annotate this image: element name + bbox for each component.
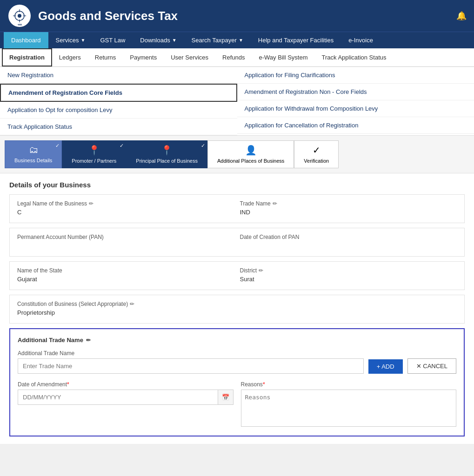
amendment-row: Date of Amendment* 📅 Reasons* [18,381,456,428]
step2-check-icon: ✓ [120,143,124,149]
cancel-button[interactable]: ✕ CANCEL [407,358,456,374]
subnav-returns[interactable]: Returns [88,49,123,66]
step-verification[interactable]: ✓ Verification [294,140,339,168]
district-field: District ✏ Surat [240,267,457,284]
services-dropdown-icon: ▼ [80,38,85,43]
constitution-value: Proprietorship [17,309,457,317]
registration-menu: New Registration Amendment of Registrati… [0,67,474,136]
date-of-amendment-input[interactable] [18,390,218,404]
legal-name-field: Legal Name of the Business ✏ C [17,200,234,217]
svg-text:भारत: भारत [18,23,22,26]
subnav-eway-bill[interactable]: e-Way Bill System [252,49,315,66]
pan-date-value [240,242,457,251]
step-additional-places[interactable]: 👤 Additional Places of Business [207,140,294,168]
downloads-dropdown-icon: ▼ [172,38,177,43]
step5-icon: ✓ [313,145,320,156]
nav-dashboard[interactable]: Dashboard [4,32,48,48]
subnav-user-services[interactable]: User Services [164,49,215,66]
reg-menu-new-registration[interactable]: New Registration [0,67,237,84]
date-amendment-field: Date of Amendment* 📅 [18,381,234,428]
nav-downloads[interactable]: Downloads ▼ [133,32,184,48]
main-nav: Dashboard Services ▼ GST Law Downloads ▼… [0,32,474,48]
reg-menu-amendment-core[interactable]: Amendment of Registration Core Fields [0,84,237,102]
reg-menu-amendment-non-core[interactable]: Amendment of Registration Non - Core Fie… [237,84,474,100]
step4-icon: 👤 [245,145,257,156]
state-value: Gujarat [17,276,234,284]
district-value: Surat [240,276,457,284]
state-district-row: Name of the State Gujarat District ✏ Sur… [9,261,465,290]
reg-menu-filing-clarifications[interactable]: Application for Filing Clarifications [237,67,474,84]
step-principal-place[interactable]: ✓ 📍 Principal Place of Business [126,140,207,168]
add-button[interactable]: + ADD [368,359,403,374]
step4-label: Additional Places of Business [217,158,284,164]
reasons-field: Reasons* [241,381,457,428]
header-title: Goods and Services Tax [38,9,456,23]
state-field: Name of the State Gujarat [17,267,234,284]
reasons-textarea[interactable] [241,390,457,427]
pan-row: Permanent Account Number (PAN) Date of C… [9,228,465,257]
pan-value [17,242,234,251]
subnav-payments[interactable]: Payments [123,49,164,66]
step3-check-icon: ✓ [201,143,205,149]
atn-section: Additional Trade Name ✏ Additional Trade… [9,328,465,436]
main-content: Details of your Business Legal Name of t… [0,173,474,444]
subnav-refunds[interactable]: Refunds [215,49,252,66]
date-input-wrap: 📅 [18,390,234,405]
pan-date-field: Date of Creation of PAN [240,234,457,251]
nav-gst-law[interactable]: GST Law [93,32,133,48]
bell-icon[interactable]: 🔔 [456,11,467,21]
step5-label: Verification [304,158,329,164]
header-logo: भारत [7,4,32,28]
step1-label: Business Details [14,157,52,164]
step-business-details[interactable]: ✓ 🗂 Business Details [5,140,62,168]
subnav-track-application[interactable]: Track Application Status [315,49,394,66]
svg-point-2 [18,14,21,18]
trade-name-edit-icon[interactable]: ✏ [273,200,277,207]
atn-input[interactable] [18,358,364,374]
constitution-row: Constitution of Business (Select Appropr… [9,295,465,324]
legal-name-edit-icon[interactable]: ✏ [89,200,93,207]
step1-icon: 🗂 [29,145,38,155]
section-title: Details of your Business [9,181,465,189]
trade-name-value: IND [240,209,457,217]
search-dropdown-icon: ▼ [239,38,243,43]
nav-search-taxpayer[interactable]: Search Taxpayer ▼ [184,32,251,48]
reg-menu-withdrawal-composition[interactable]: Application for Withdrawal from Composit… [237,100,474,117]
atn-title: Additional Trade Name ✏ [18,337,456,344]
constitution-edit-icon[interactable]: ✏ [130,301,134,307]
header: भारत Goods and Services Tax 🔔 [0,0,474,32]
reg-menu-composition-levy[interactable]: Application to Opt for composition Levy [0,102,237,119]
govt-logo: भारत [8,5,31,27]
legal-trade-name-row: Legal Name of the Business ✏ C Trade Nam… [9,194,465,223]
subnav-registration[interactable]: Registration [2,48,52,66]
reg-menu-track-status[interactable]: Track Application Status [0,119,237,135]
nav-services[interactable]: Services ▼ [48,32,93,48]
nav-einvoice[interactable]: e-Invoice [341,32,381,48]
trade-name-field: Trade Name ✏ IND [240,200,457,217]
sub-nav: Registration Ledgers Returns Payments Us… [0,48,474,67]
atn-edit-icon[interactable]: ✏ [86,337,91,344]
nav-help[interactable]: Help and Taxpayer Facilities [251,32,341,48]
step-promoter-partners[interactable]: ✓ 📍 Promoter / Partners [62,140,126,168]
calendar-icon[interactable]: 📅 [218,390,233,404]
step3-label: Principal Place of Business [136,158,198,164]
step3-icon: 📍 [161,145,173,156]
step1-check-icon: ✓ [55,143,60,149]
subnav-ledgers[interactable]: Ledgers [52,49,88,66]
steps-bar: ✓ 🗂 Business Details ✓ 📍 Promoter / Part… [0,136,474,173]
atn-field-label: Additional Trade Name [18,350,456,357]
reg-menu-cancellation[interactable]: Application for Cancellation of Registra… [237,117,474,134]
step2-label: Promoter / Partners [72,158,116,164]
pan-field: Permanent Account Number (PAN) [17,234,234,251]
legal-name-value: C [17,209,234,217]
district-edit-icon[interactable]: ✏ [259,267,263,274]
atn-input-row: + ADD ✕ CANCEL [18,358,456,374]
step2-icon: 📍 [88,145,100,156]
